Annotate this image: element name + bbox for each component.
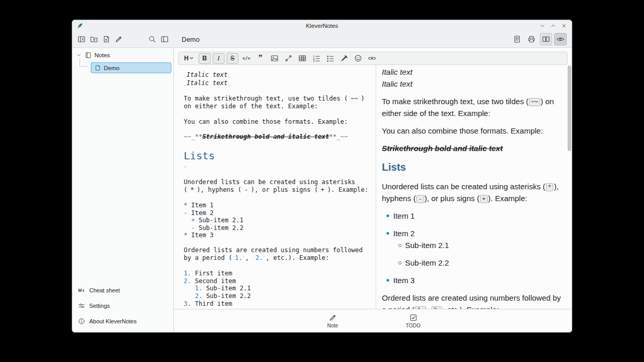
italic-button[interactable]: I [213, 53, 224, 64]
editor-line[interactable]: Lists [184, 148, 371, 163]
preview-paragraph: To make strikethrough text, use two tild… [382, 95, 564, 119]
linked-note-button[interactable] [366, 53, 378, 64]
preview-list: Item 1Item 2Sub-item 2.1Sub-item 2.2Item… [382, 210, 564, 286]
bottom-tab-bar: Note TODO [174, 309, 572, 332]
view-toolbar [511, 33, 567, 45]
maximize-button[interactable] [549, 22, 557, 29]
preview-button[interactable] [554, 33, 567, 45]
print-button[interactable] [525, 33, 538, 45]
editor-line[interactable]: 3. Third item [184, 300, 371, 308]
code-label: </> [243, 56, 250, 61]
editor-line[interactable]: Ordered lists are created using numbers … [184, 246, 371, 262]
editor-line[interactable]: _Italic text_ [184, 71, 371, 79]
sidebar-toolbar [72, 33, 174, 45]
editor-line[interactable]: + Sub-item 2.1 [184, 217, 371, 224]
minimize-button[interactable] [538, 22, 546, 29]
quote-button[interactable]: ” [254, 53, 266, 64]
code-button[interactable]: </> [240, 53, 252, 64]
editor-line[interactable] [184, 262, 371, 270]
image-button[interactable] [268, 53, 280, 64]
settings-icon [78, 302, 85, 309]
chain-link-icon [368, 54, 376, 62]
editor-preview-split: _Italic text__Italic text_ To make strik… [174, 65, 572, 309]
search-button[interactable] [146, 33, 158, 45]
editor-line[interactable]: 1. Sub-item 2.1 [184, 285, 371, 292]
close-button[interactable] [560, 22, 568, 29]
editor-line[interactable] [184, 110, 371, 118]
chevron-down-icon[interactable] [76, 52, 82, 58]
editor-line[interactable]: Unordered lists can be created using ast… [184, 178, 371, 194]
pencil-icon [329, 314, 337, 322]
about-label: About KleverNotes [89, 318, 137, 324]
tab-note-label: Note [327, 323, 338, 328]
split-view-button[interactable] [540, 33, 552, 45]
editor-line[interactable]: You can also combine those formats. Exam… [184, 118, 371, 126]
editor-line[interactable]: ~~_**Strikethrough bold and italic text*… [184, 133, 371, 141]
editor-line[interactable] [184, 140, 371, 148]
bold-button[interactable]: B [199, 53, 211, 64]
tab-note[interactable]: Note [321, 314, 345, 328]
about-button[interactable]: About KleverNotes [72, 314, 173, 329]
link-button[interactable] [282, 53, 294, 64]
tab-todo-label: TODO [406, 323, 421, 328]
ordered-list-icon: 123 [312, 54, 320, 62]
preview-paragraph: Strikethrough bold and italic text [382, 142, 564, 154]
notebook-icon [85, 52, 92, 59]
chevron-down-icon [189, 56, 194, 60]
tab-todo[interactable]: TODO [401, 314, 425, 328]
italic-label: I [217, 54, 219, 62]
table-button[interactable] [296, 53, 308, 64]
editor-line[interactable]: 2. Second item [184, 277, 371, 285]
editor-line[interactable]: * Item 1 [184, 202, 371, 209]
preview-list-item: Item 1 [393, 210, 564, 222]
preview-paragraph: Unordered lists can be created using ast… [382, 180, 564, 204]
svg-text:3: 3 [313, 59, 314, 62]
settings-label: Settings [89, 303, 110, 309]
strikethrough-label: S [230, 55, 234, 62]
preview-paragraph: Italic textItalic text [382, 66, 564, 90]
view-source-button[interactable] [511, 33, 523, 45]
editor-line[interactable]: 1. First item [184, 270, 371, 277]
markdown-icon: M [78, 287, 85, 294]
sidebar-footer: M Cheat sheet Settings Ab [72, 283, 173, 332]
tree-item-demo[interactable]: Demo [91, 62, 171, 73]
tree-item-label: Notes [94, 52, 110, 58]
editor-line[interactable] [184, 239, 371, 247]
toggle-panel-button[interactable] [158, 33, 171, 45]
editor-line[interactable]: _Italic text_ [184, 79, 371, 88]
editor-line[interactable]: - Sub-item 2.2 [184, 224, 371, 232]
collapse-sidebar-button[interactable] [75, 33, 88, 45]
preview-content: Italic textItalic textTo make strikethro… [382, 66, 564, 309]
editor-line[interactable] [184, 194, 371, 202]
editor-line[interactable] [184, 87, 371, 95]
highlight-button[interactable] [338, 53, 350, 64]
emoji-button[interactable] [352, 53, 364, 64]
rename-button[interactable] [112, 33, 125, 45]
editor[interactable]: _Italic text__Italic text_ To make strik… [174, 65, 376, 309]
editor-line[interactable] [184, 125, 371, 133]
heading-button[interactable]: H [181, 53, 197, 64]
strikethrough-button[interactable]: S [227, 53, 238, 64]
svg-text:M: M [78, 288, 82, 293]
settings-button[interactable]: Settings [72, 298, 173, 314]
editor-line[interactable]: * Item 3 [184, 232, 371, 239]
ordered-list-button[interactable]: 123 [310, 53, 322, 64]
inline-code: 1. [415, 306, 426, 309]
new-folder-button[interactable] [88, 33, 100, 45]
editor-line[interactable]: - Item 2 [184, 209, 371, 217]
preview-list-item: Sub-item 2.2 [405, 257, 564, 269]
tree-item-label: Demo [104, 65, 120, 71]
editor-line[interactable]: 2. Sub-item 2.2 [184, 292, 371, 300]
highlighter-icon [340, 54, 348, 62]
cheat-sheet-button[interactable]: M Cheat sheet [72, 283, 173, 298]
inline-code: - [416, 195, 424, 203]
editor-line[interactable] [184, 171, 371, 179]
unordered-list-button[interactable] [324, 53, 336, 64]
editor-line[interactable]: To make strikethrough text, use two tild… [184, 95, 371, 110]
todo-checkbox-icon [409, 314, 417, 322]
quote-label: ” [259, 56, 263, 61]
titlebar[interactable]: KleverNotes [72, 20, 572, 31]
preview-scrollbar[interactable] [568, 65, 571, 151]
editor-line[interactable]: — [184, 163, 371, 171]
new-note-button[interactable] [100, 33, 112, 45]
